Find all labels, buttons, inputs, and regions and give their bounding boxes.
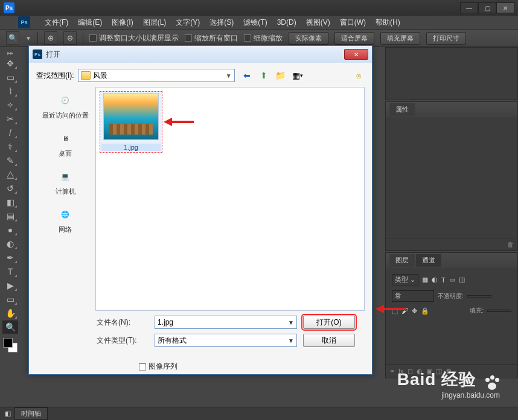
menu-image[interactable]: 图像(I) — [112, 18, 133, 28]
zoom-out-icon[interactable]: ⊖ — [63, 31, 77, 45]
filetype-dropdown[interactable]: 所有格式 ▼ — [155, 334, 297, 347]
filetype-label: 文件类型(T): — [97, 336, 149, 346]
status-icon[interactable]: ◧ — [5, 410, 11, 418]
path-select-tool[interactable]: ▶ — [2, 279, 18, 292]
fill-screen-button[interactable]: 填充屏幕 — [380, 32, 420, 45]
move-tool[interactable]: ✥ — [2, 57, 18, 70]
shape-tool[interactable]: ▭ — [2, 293, 18, 306]
tab-properties[interactable]: 属性 — [389, 103, 415, 116]
trash-icon[interactable]: 🗑 — [507, 241, 514, 248]
browse-area: 🕘 最近访问的位置 🖥 桌面 💻 计算机 🌐 网络 — [36, 87, 365, 311]
maximize-button[interactable]: ▢ — [478, 2, 496, 13]
desktop-icon: 🖥 — [53, 129, 77, 148]
minimize-button[interactable]: — — [460, 2, 478, 13]
zoom-tool-preset-icon[interactable]: 🔍 — [6, 31, 19, 45]
open-button[interactable]: 打开(O) — [303, 316, 355, 329]
filter-type-icon[interactable]: T — [441, 276, 446, 284]
network-icon: 🌐 — [53, 205, 77, 224]
color-swatches[interactable] — [3, 338, 18, 352]
menu-layer[interactable]: 图层(L) — [143, 18, 167, 28]
tab-layers[interactable]: 图层 — [389, 254, 415, 267]
place-network[interactable]: 🌐 网络 — [36, 202, 94, 240]
filename-row: 文件名(N): 1.jpg ▼ 打开(O) — [36, 316, 365, 329]
ps-logo-icon: Ps — [4, 2, 14, 13]
back-icon[interactable]: ⬅ — [241, 69, 253, 81]
lock-position-icon[interactable]: ✥ — [412, 307, 417, 315]
dialog-close-button[interactable]: ✕ — [344, 49, 368, 60]
zoom-tool[interactable]: 🔍 — [2, 320, 18, 334]
menu-file[interactable]: 文件(F) — [45, 18, 68, 28]
close-button[interactable]: ✕ — [496, 2, 514, 13]
cancel-button[interactable]: 取消 — [303, 334, 355, 347]
crop-tool[interactable]: ✂ — [2, 112, 18, 126]
opt-zoom-all[interactable]: 缩放所有窗口 — [185, 33, 238, 43]
fill-input[interactable] — [487, 310, 511, 312]
lock-all-icon[interactable]: 🔒 — [421, 307, 429, 315]
eyedropper-tool[interactable]: / — [2, 126, 18, 139]
opt-scrubby[interactable]: 细微缩放 — [244, 33, 283, 43]
menu-filter[interactable]: 滤镜(T) — [243, 18, 267, 28]
place-computer[interactable]: 💻 计算机 — [36, 164, 94, 202]
actual-pixels-button[interactable]: 实际像素 — [289, 32, 328, 45]
stamp-tool[interactable]: ⧋ — [2, 168, 18, 181]
look-in-label: 查找范围(I): — [36, 71, 74, 81]
dialog-title-bar[interactable]: Ps 打开 ✕ — [29, 46, 372, 63]
type-tool[interactable]: T — [2, 265, 18, 278]
menu-view[interactable]: 视图(V) — [306, 18, 330, 28]
magic-wand-tool[interactable]: ✧ — [2, 98, 18, 112]
right-panel-dock: 属性 🗑 图层 通道 类型 ⌄ ▦ ◐ T ▭ ◫ 常 不透明度: — [385, 47, 518, 380]
filter-pixel-icon[interactable]: ▦ — [422, 276, 428, 284]
image-sequence-row[interactable]: 图像序列 — [36, 361, 365, 372]
place-recent[interactable]: 🕘 最近访问的位置 — [36, 88, 94, 126]
up-icon[interactable]: ⬆ — [258, 69, 270, 81]
healing-tool[interactable]: ⚕ — [2, 140, 18, 153]
history-brush-tool[interactable]: ↺ — [2, 182, 18, 195]
menu-help[interactable]: 帮助(H) — [376, 18, 400, 28]
tab-channels[interactable]: 通道 — [416, 254, 441, 267]
fit-screen-button[interactable]: 适合屏幕 — [334, 32, 374, 45]
ps-menu-logo-icon: Ps — [18, 16, 30, 28]
menu-3d[interactable]: 3D(D) — [277, 18, 296, 27]
new-folder-icon[interactable]: 📁 — [275, 69, 287, 81]
view-menu-icon[interactable]: ▦▾ — [292, 69, 304, 81]
menu-select[interactable]: 选择(S) — [209, 18, 234, 28]
menu-text[interactable]: 文字(Y) — [176, 18, 200, 28]
zoom-in-icon[interactable]: ⊕ — [44, 31, 57, 45]
opacity-input[interactable] — [467, 295, 491, 298]
file-list[interactable]: 1.jpg — [95, 87, 365, 311]
place-desktop[interactable]: 🖥 桌面 — [36, 126, 94, 164]
filename-input[interactable]: 1.jpg ▼ — [155, 316, 297, 329]
file-item-selected[interactable]: 1.jpg — [100, 91, 162, 153]
blur-tool[interactable]: ● — [2, 223, 18, 237]
dropdown-arrow-icon: ▼ — [226, 72, 232, 79]
filter-adjust-icon[interactable]: ◐ — [432, 276, 438, 284]
filter-shape-icon[interactable]: ▭ — [449, 276, 455, 284]
menu-edit[interactable]: 编辑(E) — [78, 18, 102, 28]
dodge-tool[interactable]: ◐ — [2, 237, 18, 250]
print-size-button[interactable]: 打印尺寸 — [426, 32, 466, 45]
blend-mode-dropdown[interactable]: 常 — [392, 290, 434, 302]
properties-panel: 属性 🗑 — [385, 101, 518, 251]
eraser-tool[interactable]: ◧ — [2, 196, 18, 209]
marquee-tool[interactable]: ▭ — [2, 71, 18, 84]
brush-tool[interactable]: ✎ — [2, 154, 18, 167]
file-label: 1.jpg — [101, 144, 161, 151]
opt-fit-window[interactable]: 调整窗口大小以满屏显示 — [89, 33, 179, 43]
gradient-tool[interactable]: ▤ — [2, 209, 18, 223]
link-layers-icon[interactable]: ⚭ — [389, 368, 395, 375]
lasso-tool[interactable]: ⌇ — [2, 84, 18, 98]
kind-filter-dropdown[interactable]: 类型 ⌄ — [392, 274, 418, 285]
timeline-tab[interactable]: 时间轴 — [14, 407, 48, 420]
favorite-icon[interactable]: ⍟ — [353, 69, 365, 81]
hand-tool[interactable]: ✋ — [2, 307, 18, 320]
menu-window[interactable]: 窗口(W) — [340, 18, 366, 28]
dropdown-arrow-icon: ▼ — [25, 35, 31, 42]
checkbox-icon — [89, 34, 97, 42]
look-in-dropdown[interactable]: 风景 ▼ — [78, 69, 235, 82]
folder-icon — [81, 71, 91, 80]
menu-bar: Ps 文件(F) 编辑(E) 图像(I) 图层(L) 文字(Y) 选择(S) 滤… — [0, 16, 518, 29]
watermark: Baid 经验 jingyan.baidu.com — [397, 368, 500, 399]
layer-filter-row: 类型 ⌄ ▦ ◐ T ▭ ◫ — [389, 272, 514, 288]
pen-tool[interactable]: ✒ — [2, 251, 18, 264]
filter-smart-icon[interactable]: ◫ — [459, 276, 465, 284]
